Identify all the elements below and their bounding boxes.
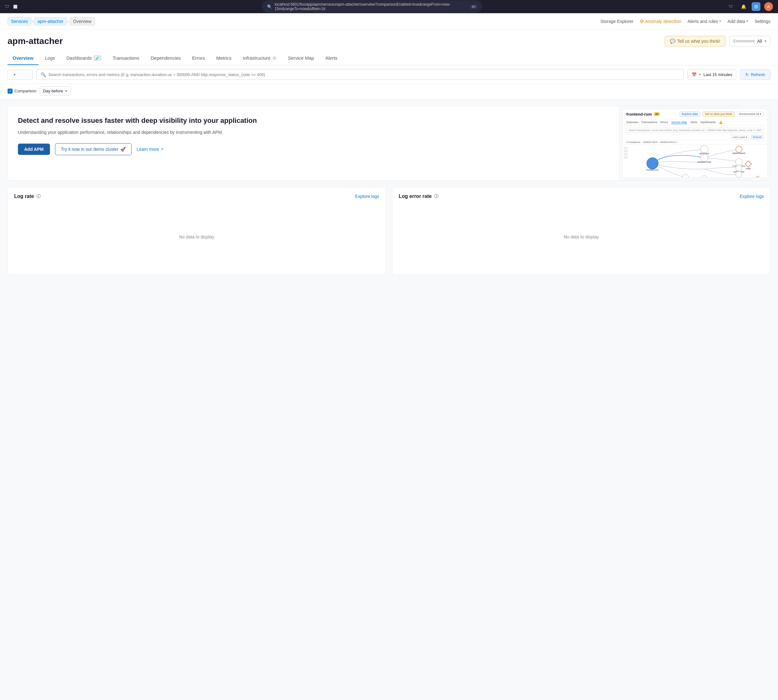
rocket-icon: 🚀 [120,147,126,152]
comparison-row: ✓ Comparison Day before ▾ [0,84,778,100]
smp-nav-dashboards[interactable]: Dashboards [700,121,716,124]
page-title-row: apm-attacher 💬 Tell us what you think! E… [8,36,770,47]
comparison-chevron-icon: ▾ [65,88,67,93]
svg-point-14 [736,165,742,171]
smp-nav-errors[interactable]: Errors [660,121,668,124]
log-rate-info-icon[interactable]: ⓘ [37,193,40,199]
page-title: apm-attacher [8,36,63,46]
log-error-rate-info-icon[interactable]: ⓘ [434,193,438,199]
banner-title: Detect and resolve issues faster with de… [18,116,609,125]
service-map-mini: frontend-rum JS Explore data Tell us wha… [622,109,768,178]
time-range-selector[interactable]: 📅 ▾ Last 15 minutes [688,70,736,80]
log-rate-title: Log rate ⓘ [14,193,40,199]
storage-explorer-link[interactable]: Storage Explorer [600,19,633,24]
smp-date-range: Last 1 year ▾ [731,135,749,139]
smp-comparison-bar: ☑ Comparison 03/08/22 08:21 – 03/09/23 0… [623,140,767,145]
smp-search [623,126,767,134]
svg-point-12 [736,158,743,165]
toolbar: ▾ 🔍 📅 ▾ Last 15 minutes ↻ Refresh [0,65,778,84]
tab-dashboards[interactable]: Dashboards 🧪 [61,52,106,65]
tab-alerts[interactable]: Alerts [320,52,342,65]
browser-bell-btn[interactable]: 🔔 [739,2,748,11]
smp-nav-service-map[interactable]: Service Map [671,121,687,124]
browser-chrome: 🛡 ⬜ 🔍 localhost:5601/foo/app/apm/service… [0,0,778,13]
smp-header: frontend-rum JS Explore data Tell us wha… [623,109,767,119]
svg-point-20 [736,171,742,178]
smp-header-right: Explore data Tell us what you think! Env… [680,112,763,117]
search-input[interactable] [48,72,680,77]
svg-rect-0 [624,147,628,149]
tell-us-button[interactable]: 💬 Tell us what you think! [665,36,726,47]
app-header: Services › apm-attacher › Overview Stora… [0,13,778,30]
add-data-link[interactable]: Add data ▾ [727,19,748,24]
tab-overview[interactable]: Overview [8,52,38,65]
smp-tell-us-btn[interactable]: Tell us what you think! [703,112,735,117]
tab-logs[interactable]: Logs [40,52,60,65]
tab-service-map[interactable]: Service Map [283,52,319,65]
log-rate-explore-link[interactable]: Explore logs [355,194,379,199]
log-error-rate-title: Log error rate ⓘ [399,193,438,199]
banner-service-map-preview: frontend-rum JS Explore data Tell us wha… [619,106,770,180]
svg-text:frontend-rum: frontend-rum [646,169,659,171]
anomaly-icon: ⚙ [640,18,644,24]
svg-text:redis: redis [746,167,751,170]
settings-link[interactable]: Settings [755,19,770,24]
smp-nav-alerts[interactable]: Alerts [690,121,697,124]
smp-nav-bell[interactable]: 🔔 [719,121,722,124]
smp-search-input[interactable] [626,128,763,133]
tab-infrastructure[interactable]: Infrastructure β [238,52,282,65]
comparison-period-dropdown[interactable]: Day before ▾ [40,87,71,95]
tab-transactions[interactable]: Transactions [107,52,144,65]
smp-nav-transactions[interactable]: Transactions [641,121,657,124]
tab-dependencies[interactable]: Dependencies [145,52,186,65]
tab-metrics[interactable]: Metrics [211,52,236,65]
log-error-rate-header: Log error rate ⓘ Explore logs [399,193,764,199]
banner-actions: Add APM Try it now in our demo cluster 🚀… [18,143,609,155]
infrastructure-beta-badge: β [272,56,277,60]
browser-shield-btn[interactable]: 🛡 [726,2,735,11]
chevron-icon: ▾ [699,73,701,77]
breadcrumb-service-name[interactable]: apm-attacher [34,17,67,25]
tab-errors[interactable]: Errors [187,52,210,65]
url-text: localhost:5601/foo/app/apm/services/apm-… [275,2,468,11]
add-apm-button[interactable]: Add APM [18,143,50,155]
learn-more-button[interactable]: Learn more ↗ [137,147,164,152]
alerts-rules-link[interactable]: Alerts and rules ▾ [688,19,721,24]
apm-banner: × Detect and resolve issues faster with … [8,106,770,181]
anomaly-detection-link[interactable]: ⚙ Anomaly detection [640,18,681,24]
tab-icon: ⬜ [13,5,18,9]
browser-grid-btn[interactable]: ⊞ [751,2,760,11]
smp-js-badge: JS [654,112,660,116]
smp-explore-btn[interactable]: Explore data [680,112,700,117]
main-content: × Detect and resolve issues faster with … [0,100,778,281]
shield-icon: 🛡 [5,4,10,9]
svg-marker-16 [745,161,751,167]
filter-dropdown[interactable]: ▾ [8,70,33,80]
try-demo-button[interactable]: Try it now in our demo cluster 🚀 [55,143,132,155]
refresh-icon: ↻ [745,72,749,77]
environment-selector[interactable]: Environment All ▾ [729,36,770,47]
svg-point-10 [701,154,708,162]
alerts-chevron-icon: ▾ [719,19,721,23]
svg-text:elasticSearch: elasticSearch [732,152,745,154]
comparison-checkbox[interactable]: ✓ Comparison [8,88,37,93]
search-bar[interactable]: 🔍 [37,69,684,80]
banner-description: Understanding your application performan… [18,129,609,136]
svg-rect-2 [624,153,628,155]
log-error-rate-no-data: No data to display [399,205,764,268]
user-avatar[interactable]: A [764,2,773,11]
breadcrumb-services[interactable]: Services [8,17,32,25]
smp-refresh[interactable]: Refresh [751,135,763,139]
service-map-svg: frontend-rum adService elasticSearch fro… [623,145,767,178]
svg-rect-3 [624,157,628,158]
smp-env-selector[interactable]: Environment All ▾ [737,112,763,117]
smp-toolbar: Last 1 year ▾ Refresh [623,134,767,140]
smp-nav-overview[interactable]: Overview [626,121,638,124]
breadcrumb-current: Overview [70,17,95,25]
smp-map-area: frontend-rum adService elasticSearch fro… [623,145,767,178]
log-error-rate-explore-link[interactable]: Explore logs [740,194,764,199]
refresh-button[interactable]: ↻ Refresh [740,70,770,80]
url-bar[interactable]: 🔍 localhost:5601/foo/app/apm/services/ap… [262,0,482,13]
env-chevron-icon: ▾ [765,39,766,43]
svg-text:checkoutSvc: checkoutSvc [733,177,745,178]
